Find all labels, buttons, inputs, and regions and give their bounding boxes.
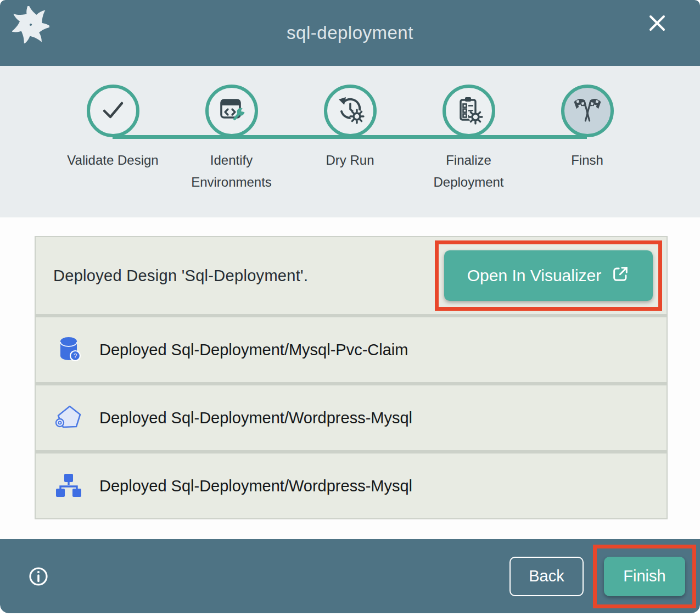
- step-label: Finsh: [571, 149, 603, 171]
- results-area: Deployed Design 'Sql-Deployment'. Open I…: [0, 217, 700, 539]
- active-step-bubble: [561, 85, 614, 137]
- deployed-item-label: Deployed Sql-Deployment/Wordpress-Mysql: [99, 477, 412, 495]
- info-circle-icon[interactable]: [29, 567, 48, 586]
- svg-text:?: ?: [74, 352, 77, 359]
- step-label: Finalize Deployment: [414, 149, 524, 193]
- step-identify-environments: Identify Environments: [172, 85, 291, 193]
- deployment-modal: sql-deployment Validate Design: [0, 0, 700, 613]
- deployed-item-row: Deployed Sql-Deployment/Wordpress-Mysql: [36, 453, 667, 518]
- deployment-results-panel: Deployed Design 'Sql-Deployment'. Open I…: [35, 236, 668, 519]
- step-label: Validate Design: [67, 149, 158, 171]
- step-validate-design: Validate Design: [54, 85, 172, 193]
- open-in-visualizer-label: Open In Visualizer: [467, 266, 602, 285]
- deployed-item-label: Deployed Sql-Deployment/Mysql-Pvc-Claim: [99, 341, 408, 359]
- meshery-logo-icon: [12, 6, 49, 43]
- step-label: Dry Run: [326, 149, 374, 171]
- highlight-box-finish: Finish: [593, 545, 696, 608]
- open-in-visualizer-button[interactable]: Open In Visualizer: [444, 250, 653, 301]
- history-gear-icon: [335, 94, 366, 127]
- pentagon-icon: [53, 402, 84, 433]
- highlight-box-visualizer: Open In Visualizer: [435, 240, 662, 311]
- check-icon: [98, 94, 128, 127]
- deployed-item-row: Deployed Sql-Deployment/Wordpress-Mysql: [36, 385, 667, 450]
- database-icon: ?: [53, 334, 84, 365]
- step-label: Identify Environments: [177, 149, 287, 193]
- deployed-item-label: Deployed Sql-Deployment/Wordpress-Mysql: [99, 409, 412, 427]
- tree-icon: [53, 471, 84, 501]
- modal-title: sql-deployment: [0, 23, 700, 43]
- step-finish: Finsh: [528, 85, 647, 193]
- deployed-item-row: ? Deployed Sql-Deployment/Mysql-Pvc-Clai…: [36, 317, 667, 382]
- code-wrench-icon: [216, 94, 247, 127]
- external-link-icon: [611, 265, 630, 287]
- deployment-stepper: Validate Design: [0, 66, 700, 217]
- step-finalize-deployment: Finalize Deployment: [410, 85, 528, 193]
- modal-footer: Back Finish: [0, 539, 700, 613]
- clipboard-gear-icon: [453, 94, 484, 127]
- deployed-design-message: Deployed Design 'Sql-Deployment'.: [53, 267, 308, 285]
- summary-row: Deployed Design 'Sql-Deployment'. Open I…: [36, 237, 667, 314]
- close-icon[interactable]: [646, 12, 668, 34]
- step-dry-run: Dry Run: [291, 85, 410, 193]
- back-button[interactable]: Back: [509, 557, 584, 596]
- modal-header: sql-deployment: [0, 0, 700, 66]
- checkered-flags-icon: [572, 94, 603, 128]
- finish-button[interactable]: Finish: [604, 557, 685, 596]
